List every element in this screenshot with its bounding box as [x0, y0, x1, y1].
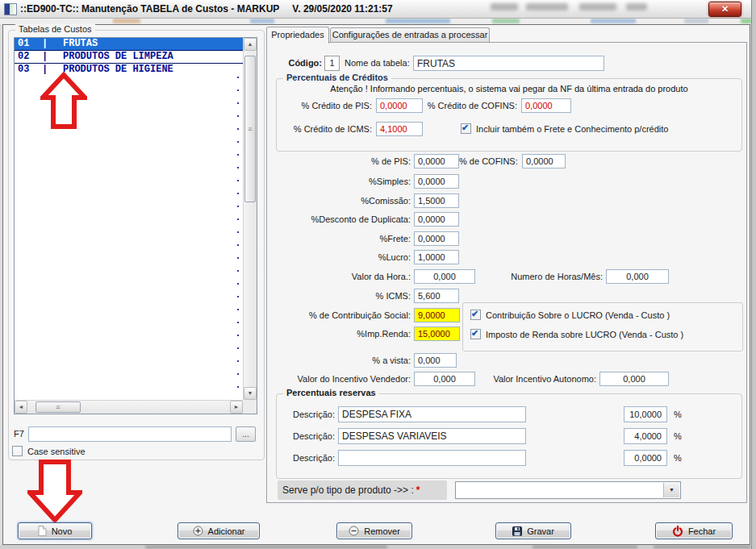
percent-2-input[interactable]	[624, 428, 667, 444]
percent-3-input[interactable]	[624, 450, 667, 466]
case-sensitive-row: Case sensitive	[12, 446, 86, 456]
list-item-higiene[interactable]: 03 | PRODUTOS DE HIGIENE	[15, 64, 257, 77]
background-blur	[113, 19, 140, 23]
frete-credito-label: Incluir também o Frete e Conhecimento p/…	[476, 124, 668, 134]
simples-label: %Simples:	[267, 177, 411, 186]
adicionar-button[interactable]: Adicionar	[178, 522, 260, 539]
scroll-right-icon: ►	[234, 404, 240, 410]
close-icon: ✕	[721, 4, 729, 14]
nome-label: Nome da tabela:	[345, 58, 410, 68]
gravar-button[interactable]: Gravar	[495, 522, 571, 539]
browse-button[interactable]: ...	[236, 426, 256, 442]
codigo-field: 1	[324, 56, 340, 71]
credito-icms-input[interactable]	[376, 122, 423, 136]
scroll-up-button[interactable]: ▲	[244, 38, 257, 51]
vertical-scroll-thumb[interactable]: ≡	[244, 56, 256, 202]
f7-label: F7	[14, 429, 24, 439]
creditos-group-title: Percentuais de Créditos	[283, 73, 391, 82]
a-vista-input[interactable]	[414, 353, 457, 368]
lucro-label: %Lucro:	[267, 252, 411, 262]
frete-label: %Frete:	[267, 234, 411, 243]
adicionar-label: Adicionar	[208, 526, 245, 536]
nome-tabela-input[interactable]	[413, 56, 604, 71]
contribuicao-lucro-row: Contribuição Sobre o LUCRO (Venda - Cust…	[470, 310, 670, 320]
contribuicao-social-label: % de Contribuição Social:	[267, 310, 411, 320]
tipo-produto-label-chip: Serve p/o tipo de produto ->> :*	[278, 480, 447, 500]
background-blur	[386, 19, 450, 23]
simples-input[interactable]	[414, 174, 459, 189]
descricao-1-input[interactable]	[338, 406, 526, 422]
minus-circle-icon	[349, 526, 359, 536]
vertical-scrollbar[interactable]: ▲ ≡ ▼	[243, 38, 257, 400]
credito-cofins-input[interactable]	[521, 98, 571, 113]
scroll-down-icon: ▼	[248, 390, 253, 396]
descricao-3-input[interactable]	[338, 450, 526, 466]
imp-renda-input[interactable]	[414, 326, 460, 341]
tabelas-groupbox: Tabelas de Custos 01 | FRUTAS 02 | PRODU…	[8, 30, 265, 460]
background-toolbar-strip	[0, 18, 756, 24]
horizontal-scrollbar[interactable]: ◄ ≡ ►	[15, 400, 243, 414]
background-blur	[684, 19, 708, 23]
dialog-body: Tabelas de Custos 01 | FRUTAS 02 | PRODU…	[2, 24, 750, 545]
list-item-frutas[interactable]: 01 | FRUTAS	[15, 38, 257, 51]
lucro-input[interactable]	[414, 250, 459, 264]
imposto-renda-lucro-row: Imposto de Renda sobre LUCRO (Venda - Cu…	[470, 329, 683, 339]
list-item-limpeza[interactable]: 02 | PRODUTOS DE LIMPEZA	[15, 51, 257, 64]
background-blur	[492, 19, 520, 23]
icms-label: % ICMS:	[267, 291, 411, 301]
creditos-warning: Atenção ! Informando percentuais, o sist…	[277, 84, 741, 94]
tipo-produto-dropdown[interactable]: ▼	[455, 481, 681, 499]
horas-mes-input[interactable]	[606, 269, 669, 284]
reservas-group-title: Percentuais reservas	[283, 388, 379, 397]
imposto-renda-lucro-checkbox[interactable]	[470, 329, 481, 339]
close-button[interactable]: ✕	[708, 2, 741, 17]
f7-search-input[interactable]	[28, 426, 232, 442]
power-icon	[672, 526, 683, 537]
required-asterisk: *	[416, 485, 420, 496]
thumb-grip-icon: ≡	[248, 125, 252, 133]
horizontal-scroll-thumb[interactable]: ≡	[36, 401, 81, 413]
frete-credito-row: Incluir também o Frete e Conhecimento p/…	[461, 123, 668, 134]
background-blur	[533, 546, 637, 548]
incentivo-autonomo-input[interactable]	[599, 372, 669, 386]
frete-credito-checkbox[interactable]	[461, 123, 471, 134]
thumb-grip-icon: ≡	[56, 403, 60, 411]
descricao-label: Descrição:	[283, 410, 335, 419]
background-blur	[250, 19, 274, 23]
remover-button[interactable]: Remover	[336, 522, 412, 539]
valor-hora-input[interactable]	[414, 269, 475, 284]
desconto-duplicata-input[interactable]	[414, 212, 459, 227]
pct-pis-input[interactable]	[414, 154, 459, 168]
contribuicao-social-input[interactable]	[414, 308, 460, 322]
credito-icms-label: % Crédito de ICMS:	[277, 124, 372, 134]
tab-propriedades[interactable]: Propriedades	[266, 27, 329, 44]
credito-pis-input[interactable]	[376, 98, 423, 113]
contribuicao-lucro-checkbox[interactable]	[470, 310, 481, 320]
scroll-down-button[interactable]: ▼	[244, 387, 257, 400]
descricao-2-input[interactable]	[338, 428, 526, 444]
list-item-separator: |	[42, 51, 63, 63]
background-blur	[741, 19, 752, 23]
icms-input[interactable]	[414, 289, 459, 303]
frete-input[interactable]	[414, 231, 459, 246]
percent-1-input[interactable]	[624, 406, 667, 422]
scroll-left-button[interactable]: ◄	[15, 401, 27, 414]
tab-configuracoes[interactable]: Configurações de entradas a processar	[330, 27, 490, 43]
fechar-button[interactable]: Fechar	[655, 522, 733, 539]
desconto-duplicata-label: %Desconto de Duplicata:	[267, 214, 411, 224]
novo-label: Novo	[52, 526, 73, 536]
list-item-name: PRODUTOS DE LIMPEZA	[63, 51, 173, 63]
novo-button[interactable]: Novo	[18, 522, 92, 539]
comissao-input[interactable]	[414, 193, 459, 208]
list-item-name: FRUTAS	[63, 38, 98, 50]
new-page-icon	[38, 526, 47, 536]
a-vista-label: % a vista:	[267, 356, 411, 365]
background-blur	[591, 19, 636, 23]
incentivo-vendedor-input[interactable]	[414, 372, 475, 386]
dropdown-arrow-segment[interactable]: ▼	[663, 483, 679, 497]
scroll-right-button[interactable]: ►	[230, 401, 243, 414]
scroll-left-icon: ◄	[19, 404, 24, 410]
case-sensitive-checkbox[interactable]	[12, 446, 23, 456]
pct-cofins-input[interactable]	[522, 154, 566, 168]
contribuicao-lucro-label: Contribuição Sobre o LUCRO (Venda - Cust…	[486, 310, 670, 320]
